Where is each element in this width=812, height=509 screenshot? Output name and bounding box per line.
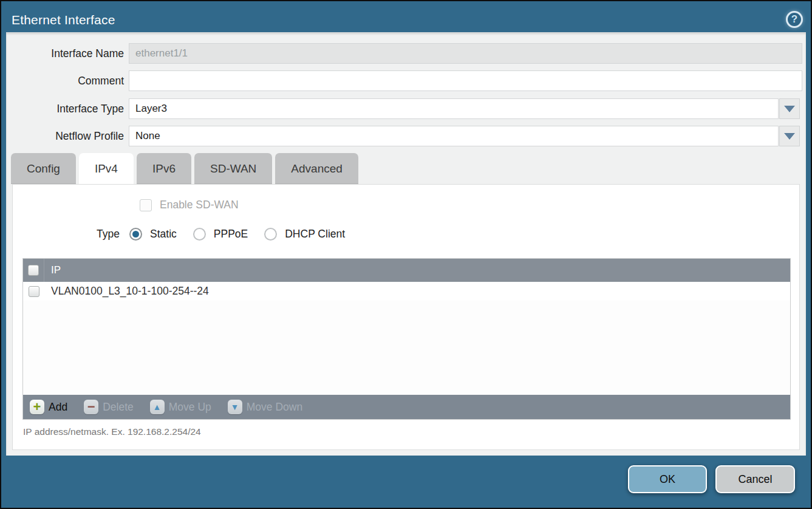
tab-sd-wan[interactable]: SD-WAN — [194, 153, 272, 184]
comment-label: Comment — [6, 70, 124, 91]
arrow-down-icon: ▼ — [228, 400, 242, 414]
netflow-profile-label: Netflow Profile — [6, 126, 124, 146]
move-up-button-label: Move Up — [169, 401, 211, 414]
move-down-button-label: Move Down — [247, 401, 302, 414]
ip-table-body: VLAN0100_L3_10-1-100-254--24 — [23, 282, 790, 395]
radio-icon — [193, 228, 206, 241]
ip-column-header: IP — [44, 264, 61, 276]
title-bar: Ethernet Interface ? — [1, 1, 811, 32]
interface-name-label: Interface Name — [6, 43, 124, 64]
table-row[interactable]: VLAN0100_L3_10-1-100-254--24 — [23, 282, 790, 301]
dialog-title: Ethernet Interface — [12, 13, 115, 27]
ip-table: IP VLAN0100_L3_10-1-100-254--24 + Add — [22, 258, 791, 420]
ip-helper-text: IP address/netmask. Ex. 192.168.2.254/24 — [23, 426, 201, 437]
arrow-up-glyph: ▲ — [153, 403, 162, 411]
interface-type-row: Interface Type Layer3 — [6, 98, 802, 119]
row-checkbox-cell — [23, 282, 44, 301]
cancel-button[interactable]: Cancel — [715, 465, 795, 493]
minus-glyph: − — [87, 401, 95, 413]
ip-cell: VLAN0100_L3_10-1-100-254--24 — [44, 285, 209, 298]
select-all-checkbox[interactable] — [28, 265, 39, 276]
radio-option-pppoe[interactable]: PPPoE — [193, 228, 248, 241]
interface-name-row: Interface Name — [6, 43, 802, 64]
arrow-down-glyph: ▼ — [231, 403, 239, 411]
row-checkbox[interactable] — [29, 286, 39, 297]
radio-icon — [129, 228, 142, 241]
move-down-button[interactable]: ▼ Move Down — [228, 400, 302, 414]
ok-button[interactable]: OK — [628, 465, 707, 493]
radio-option-static[interactable]: Static — [129, 228, 177, 241]
minus-icon: − — [84, 400, 98, 414]
enable-sdwan-row: Enable SD-WAN — [140, 199, 239, 211]
move-up-button[interactable]: ▲ Move Up — [150, 400, 211, 414]
plus-glyph: + — [33, 400, 41, 414]
comment-field[interactable] — [129, 70, 802, 91]
arrow-up-icon: ▲ — [150, 400, 165, 414]
type-label: Type — [13, 228, 129, 241]
netflow-profile-select[interactable]: None — [129, 126, 779, 146]
chevron-down-icon — [784, 133, 795, 140]
tab-ipv6[interactable]: IPv6 — [137, 153, 191, 184]
ip-table-header: IP — [23, 259, 790, 282]
comment-row: Comment — [6, 70, 802, 91]
table-toolbar: + Add − Delete ▲ Move Up ▼ Move Down — [23, 395, 790, 419]
interface-type-label: Interface Type — [6, 98, 124, 119]
delete-button[interactable]: − Delete — [84, 400, 134, 414]
ipv4-tab-panel: Enable SD-WAN Type Static PPPoE DHCP Cli… — [12, 184, 800, 450]
interface-name-field — [129, 43, 802, 64]
interface-type-select[interactable]: Layer3 — [129, 98, 779, 119]
radio-label-dhcp-client: DHCP Client — [285, 228, 345, 241]
plus-icon: + — [30, 400, 44, 414]
add-button[interactable]: + Add — [30, 400, 67, 414]
enable-sdwan-label: Enable SD-WAN — [160, 199, 239, 211]
interface-type-dropdown-button[interactable] — [779, 98, 800, 119]
enable-sdwan-checkbox[interactable] — [140, 199, 152, 211]
tab-ipv4[interactable]: IPv4 — [79, 153, 134, 184]
dialog-body: Interface Name Comment Interface Type La… — [6, 32, 806, 456]
radio-option-dhcp-client[interactable]: DHCP Client — [264, 228, 345, 241]
radio-label-static: Static — [150, 228, 177, 241]
tab-bar: Config IPv4 IPv6 SD-WAN Advanced — [11, 153, 358, 184]
netflow-profile-row: Netflow Profile None — [6, 126, 802, 146]
chevron-down-icon — [784, 106, 795, 112]
delete-button-label: Delete — [103, 401, 134, 414]
tab-advanced[interactable]: Advanced — [275, 153, 358, 184]
radio-label-pppoe: PPPoE — [214, 228, 248, 241]
add-button-label: Add — [49, 401, 67, 414]
tab-config[interactable]: Config — [11, 153, 76, 184]
select-all-cell — [23, 259, 44, 282]
help-icon[interactable]: ? — [786, 11, 803, 28]
type-radio-row: Type Static PPPoE DHCP Client — [13, 226, 361, 242]
ethernet-interface-dialog: Ethernet Interface ? Interface Name Comm… — [0, 0, 812, 509]
radio-icon — [264, 228, 277, 241]
netflow-profile-dropdown-button[interactable] — [779, 126, 800, 146]
